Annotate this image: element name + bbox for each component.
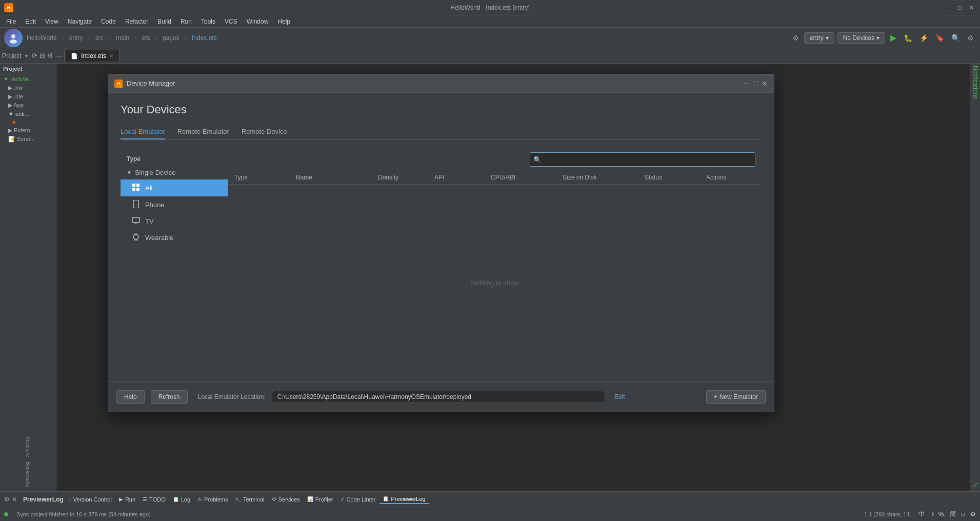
tree-item-ide[interactable]: ▶ .ide [0, 92, 56, 101]
edit-link[interactable]: Edit [614, 393, 625, 400]
breadcrumb-pages[interactable]: pages [163, 34, 179, 42]
type-header-label: Type [127, 155, 141, 163]
profile-icon[interactable]: ⚡ [917, 33, 930, 43]
user-avatar[interactable] [4, 29, 23, 47]
dm-search-input[interactable] [544, 154, 752, 165]
sync-icon[interactable]: ⟳ [32, 52, 37, 59]
menu-build[interactable]: Build [153, 17, 175, 26]
status-tab-log[interactable]: 📋 Log [170, 495, 193, 504]
no-devices-selector[interactable]: No Devices ▾ [837, 32, 885, 44]
menu-vcs[interactable]: VCS [221, 17, 242, 26]
col-actions: Actions [700, 174, 762, 181]
bookmark-icon[interactable]: 🔖 [933, 33, 946, 43]
status-tab-previewer-log[interactable]: 📋 PreviewerLog [379, 495, 428, 504]
breadcrumb-file[interactable]: Index.ets [192, 34, 217, 42]
settings-log-icon[interactable]: ⚙ [4, 496, 10, 503]
breadcrumb-src[interactable]: src [95, 34, 104, 42]
new-emulator-button[interactable]: + New Emulator [706, 390, 766, 404]
breadcrumb-project[interactable]: HelloWorld [27, 34, 56, 42]
sync-status-dot [4, 512, 8, 516]
status-tab-run[interactable]: ▶ Run [116, 495, 138, 504]
ide-settings-icon[interactable]: ⚙ [965, 33, 976, 43]
bookmarks-icon[interactable]: Bookmarks [25, 462, 31, 487]
status-tab-code-linter[interactable]: ✓ Code Linter [337, 495, 379, 504]
notification-icon[interactable]: Notifications [972, 66, 979, 99]
simplified-icon[interactable]: 簡 [950, 510, 956, 518]
status-tab-profiler[interactable]: 📊 Profiler [304, 495, 336, 504]
type-item-all[interactable]: All [121, 179, 228, 196]
menu-window[interactable]: Window [243, 17, 273, 26]
status-tab-todo[interactable]: ☰ TODO [139, 495, 169, 504]
status-tab-version-control[interactable]: ↕ Version Control [66, 495, 115, 504]
menu-view[interactable]: View [41, 17, 63, 26]
format-icon[interactable]: %, [938, 511, 946, 518]
lang-indicator[interactable]: 中 [918, 510, 925, 518]
bottom-settings-icon[interactable]: ⚙ [970, 511, 976, 518]
moon-icon[interactable]: ☽ [929, 511, 934, 518]
dm-close-btn[interactable]: ✕ [762, 79, 768, 88]
tab-remote-device[interactable]: Remote Device [242, 125, 287, 139]
debug-icon[interactable]: 🐛 [902, 33, 914, 43]
checkmark-icon[interactable]: ✓ [972, 481, 978, 489]
tree-item-scratch[interactable]: 📝 Scrat... [0, 135, 56, 144]
tab-bar: Project ▾ ⟳ ⊟ ⚙ — 📄 Index.ets ✕ [0, 48, 980, 64]
dm-window-controls[interactable]: ─ □ ✕ [744, 79, 768, 88]
maximize-btn[interactable]: □ [956, 4, 964, 11]
all-icon [131, 183, 141, 193]
search-toolbar-icon[interactable]: 🔍 [949, 33, 962, 43]
log-label: Log [181, 496, 190, 503]
tree-item-hw[interactable]: ▶ .hw [0, 84, 56, 92]
menu-code[interactable]: Code [97, 17, 120, 26]
app-icon: H [4, 3, 13, 12]
dm-minimize-btn[interactable]: ─ [744, 79, 749, 88]
menu-help[interactable]: Help [273, 17, 294, 26]
project-chevron-icon[interactable]: ▾ [25, 53, 28, 58]
menu-refactor[interactable]: Refactor [121, 17, 152, 26]
close-btn[interactable]: ✕ [967, 4, 976, 11]
breadcrumb-entry[interactable]: entry [69, 34, 83, 42]
menu-file[interactable]: File [2, 17, 20, 26]
code-linter-label: Code Linter [347, 496, 376, 503]
tree-item-helloworld[interactable]: ▼ HelloW... [0, 74, 56, 84]
menu-edit[interactable]: Edit [21, 17, 40, 26]
new-emulator-label: New Emulator [719, 393, 758, 400]
settings-icon[interactable]: ⚙ [790, 33, 801, 43]
tree-item-app[interactable]: ▶ App [0, 101, 56, 110]
entry-selector[interactable]: entry ▾ [804, 32, 834, 44]
help-button[interactable]: Help [116, 390, 145, 404]
dm-maximize-btn[interactable]: □ [753, 79, 757, 88]
settings-tab-icon[interactable]: ⚙ [47, 52, 53, 59]
hide-icon[interactable]: — [55, 52, 62, 59]
tree-item-entry-sub[interactable]: ■ [0, 118, 56, 126]
tab-close-btn[interactable]: ✕ [109, 53, 113, 59]
type-item-tv[interactable]: TV [121, 213, 228, 229]
collapse-icon[interactable]: ⊟ [39, 52, 45, 59]
menu-run[interactable]: Run [176, 17, 196, 26]
menu-tools[interactable]: Tools [197, 17, 219, 26]
status-tab-services[interactable]: ⚙ Services [269, 495, 303, 504]
problems-label: Problems [204, 496, 228, 503]
status-tab-problems[interactable]: ⚠ Problems [194, 495, 231, 504]
refresh-button[interactable]: Refresh [151, 390, 188, 404]
structure-icon[interactable]: Structure [25, 436, 31, 457]
tree-item-externals[interactable]: ▶ Extern... [0, 126, 56, 135]
breadcrumb-main[interactable]: main [116, 34, 129, 42]
window-controls[interactable]: ─ □ ✕ [944, 4, 976, 11]
minimize-btn[interactable]: ─ [944, 4, 953, 11]
tree-item-entry[interactable]: ▼ entr... [0, 110, 56, 118]
menu-navigate[interactable]: Navigate [64, 17, 96, 26]
status-tab-terminal[interactable]: >_ Terminal [232, 495, 268, 504]
svg-point-11 [133, 234, 138, 239]
location-input[interactable] [272, 391, 605, 403]
single-device-arrow-icon[interactable]: ▼ [127, 170, 132, 175]
run-icon[interactable]: ▶ [888, 32, 898, 44]
smile-icon[interactable]: ☺ [960, 511, 966, 518]
breadcrumb-ets[interactable]: ets [142, 34, 150, 42]
tab-remote-emulator[interactable]: Remote Emulator [177, 125, 229, 139]
svg-rect-13 [135, 239, 137, 241]
tab-local-emulator[interactable]: Local Emulator [121, 125, 165, 139]
tab-index-ets[interactable]: 📄 Index.ets ✕ [64, 50, 120, 62]
type-item-wearable[interactable]: Wearable [121, 229, 228, 246]
type-item-phone[interactable]: Phone [121, 196, 228, 213]
close-log-icon[interactable]: ✕ [12, 496, 17, 503]
